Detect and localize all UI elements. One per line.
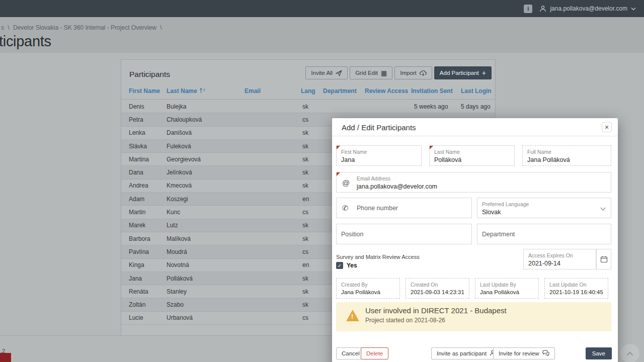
close-icon[interactable]: ×	[602, 122, 612, 132]
cell-lang: en	[301, 261, 323, 268]
cell-last-name: Urbanová	[167, 314, 245, 321]
cell-first-name: Zoltán	[129, 301, 167, 308]
cell-first-name: Renáta	[129, 288, 167, 295]
preferred-language-label: Preferred Language	[482, 201, 606, 208]
cell-lang: sk	[301, 169, 323, 176]
cancel-label: Cancel	[342, 350, 360, 356]
preferred-language-select[interactable]: Preferred Language Slovak	[477, 198, 611, 218]
first-name-field[interactable]: First Name Jana	[336, 145, 422, 166]
cell-last-name: Novotná	[167, 261, 245, 268]
cell-lang: cs	[301, 248, 323, 255]
table-row[interactable]: Denis Bulejka sk 5 weeks ago 5 days ago	[121, 100, 495, 113]
full-name-label: Full Name	[527, 148, 606, 155]
cell-lang: sk	[301, 235, 323, 242]
invite-for-review-label: Invite for review	[499, 350, 539, 356]
first-name-label: First Name	[341, 148, 417, 155]
cell-lang: cs	[301, 209, 323, 216]
department-field[interactable]: Department	[477, 224, 611, 244]
access-expires-field[interactable]: Access Expires On 2021-09-14	[523, 249, 596, 269]
warning-subtitle: Project started on 2021-08-26	[365, 317, 445, 324]
paper-plane-icon	[336, 70, 342, 76]
plus-icon: +	[482, 69, 486, 76]
column-last-login[interactable]: Last Login	[461, 87, 496, 95]
info-icon[interactable]: i	[524, 5, 532, 13]
last-update-by-value: Jana Polláková	[480, 289, 534, 295]
invite-as-participant-button[interactable]: Invite as participant	[431, 347, 501, 359]
modal-header: Add / Edit Participants ×	[332, 118, 618, 136]
cell-first-name: Pavlína	[129, 248, 167, 255]
cell-lang: sk	[301, 222, 323, 229]
delete-button[interactable]: Delete	[361, 347, 388, 359]
created-by-label: Created By	[341, 281, 395, 288]
phone-icon: ✆	[342, 204, 349, 213]
bottom-left-red-badge	[0, 353, 11, 362]
column-email[interactable]: Email	[245, 87, 301, 95]
cell-first-name: Lucie	[129, 314, 167, 321]
cloud-import-icon	[420, 70, 427, 76]
user-menu[interactable]: jana.pollakova@develor.com	[539, 5, 636, 12]
chevron-up-icon	[626, 349, 633, 358]
calendar-icon[interactable]	[596, 249, 611, 269]
scroll-to-top-button[interactable]	[620, 344, 639, 362]
delete-label: Delete	[366, 350, 383, 356]
cell-first-name: Denis	[129, 103, 167, 110]
cell-last-name: Chaloupková	[167, 116, 245, 123]
cell-first-name: Slávka	[129, 143, 167, 150]
created-on-field: Created On 2021-09-03 14:23:31	[406, 278, 469, 299]
last-name-value: Polláková	[434, 156, 510, 163]
user-email: jana.pollakova@develor.com	[550, 5, 627, 12]
add-participant-button[interactable]: Add Participant +	[434, 66, 492, 79]
grid-edit-button[interactable]: Grid Edit ▦	[350, 66, 392, 79]
cell-last-name: Kmecová	[167, 182, 245, 189]
warning-triangle-icon	[346, 310, 359, 321]
column-invitation-sent[interactable]: Invitation Sent	[411, 87, 461, 95]
save-label: Save	[592, 350, 605, 356]
cell-last-name: Kunc	[167, 209, 245, 216]
chevron-down-icon	[600, 204, 606, 213]
column-lang[interactable]: Lang	[301, 87, 323, 95]
cell-lang: sk	[301, 129, 323, 136]
invite-as-participant-label: Invite as participant	[437, 350, 487, 356]
column-department[interactable]: Department	[323, 87, 365, 95]
access-expires-value: 2021-09-14	[528, 260, 591, 267]
grid-icon: ▦	[381, 70, 387, 76]
department-placeholder: Department	[482, 231, 515, 238]
cell-lang: sk	[301, 182, 323, 189]
column-first-name[interactable]: First Name	[129, 87, 167, 95]
cell-first-name: Kinga	[129, 261, 167, 268]
column-last-name[interactable]: Last Name	[167, 87, 245, 95]
column-review-access[interactable]: Review Access	[365, 87, 411, 95]
breadcrumb-path[interactable]: Develor Slovakia - SK 360 Internal - Pro…	[13, 24, 156, 31]
cell-first-name: Andrea	[129, 182, 167, 189]
cell-first-name: Lenka	[129, 129, 167, 136]
access-expires-label: Access Expires On	[528, 252, 591, 259]
breadcrumb-separator: \	[8, 24, 9, 31]
email-field[interactable]: @ Email Address jana.pollakova@develor.c…	[336, 172, 611, 193]
card-toolbar: Invite All Grid Edit ▦ Import Add Partic…	[305, 66, 492, 79]
checkbox-checked-icon[interactable]: ✓	[336, 262, 343, 269]
cell-last-name: Bulejka	[167, 103, 245, 110]
breadcrumb[interactable]: s \ Develor Slovakia - SK 360 Internal -…	[1, 24, 164, 31]
cell-last-name: Jelínková	[167, 169, 245, 176]
position-placeholder: Position	[341, 231, 363, 238]
cell-first-name: Dana	[129, 169, 167, 176]
invite-for-review-button[interactable]: Invite for review	[493, 347, 555, 359]
at-icon: @	[342, 178, 350, 187]
add-participant-label: Add Participant	[440, 70, 479, 76]
cell-last-name: Moudrá	[167, 248, 245, 255]
cell-first-name: Jana	[129, 275, 167, 282]
save-button[interactable]: Save	[586, 347, 612, 359]
phone-field[interactable]: ✆ Phone number	[336, 198, 472, 218]
sort-ascending-icon	[199, 87, 206, 95]
last-name-field[interactable]: Last Name Polláková	[429, 145, 515, 166]
review-access-checkbox-row[interactable]: ✓ Yes	[336, 262, 357, 269]
cell-first-name: Marek	[129, 222, 167, 229]
cell-last-name: Lutz	[167, 222, 245, 229]
invite-all-button[interactable]: Invite All	[305, 66, 348, 79]
cell-last-name: Stanley	[167, 288, 245, 295]
page-header-band: s \ Develor Slovakia - SK 360 Internal -…	[0, 17, 644, 53]
position-field[interactable]: Position	[336, 224, 472, 244]
created-on-label: Created On	[411, 281, 464, 288]
add-edit-participants-modal: Add / Edit Participants × First Name Jan…	[332, 118, 618, 362]
import-button[interactable]: Import	[394, 66, 432, 79]
